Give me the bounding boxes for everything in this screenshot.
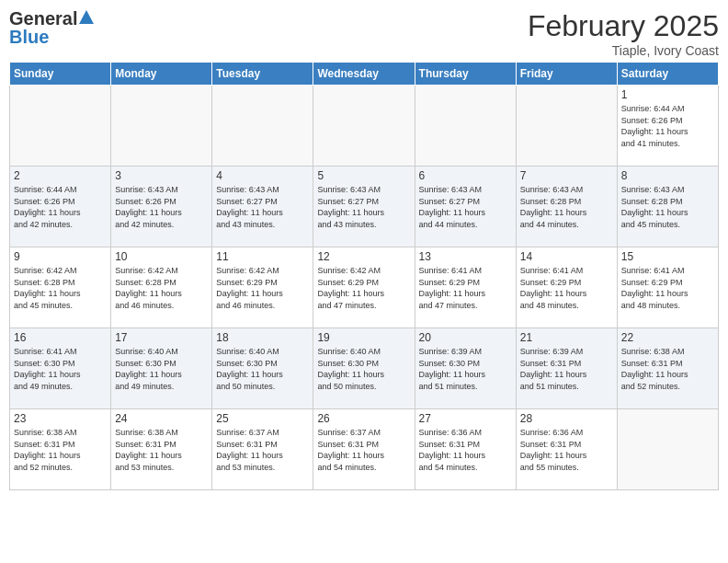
day-info: Sunrise: 6:43 AM Sunset: 6:26 PM Dayligh… [115,184,208,230]
table-row: 9Sunrise: 6:42 AM Sunset: 6:28 PM Daylig… [10,247,111,328]
day-number: 7 [520,169,613,182]
day-info: Sunrise: 6:38 AM Sunset: 6:31 PM Dayligh… [621,346,714,392]
table-row: 7Sunrise: 6:43 AM Sunset: 6:28 PM Daylig… [516,167,617,247]
table-row: 17Sunrise: 6:40 AM Sunset: 6:30 PM Dayli… [111,328,212,409]
day-number: 6 [419,169,512,182]
logo-general-text: General [9,9,77,28]
col-thursday: Thursday [415,63,516,86]
day-info: Sunrise: 6:41 AM Sunset: 6:29 PM Dayligh… [419,265,512,311]
day-number: 28 [520,412,613,425]
table-row [516,86,617,167]
day-number: 14 [520,250,613,263]
calendar-week-row: 9Sunrise: 6:42 AM Sunset: 6:28 PM Daylig… [10,247,719,328]
day-info: Sunrise: 6:42 AM Sunset: 6:28 PM Dayligh… [14,265,107,311]
logo-blue-text: Blue [9,28,49,46]
calendar-week-row: 2Sunrise: 6:44 AM Sunset: 6:26 PM Daylig… [10,167,719,247]
table-row [111,86,212,167]
day-number: 15 [621,250,714,263]
table-row: 11Sunrise: 6:42 AM Sunset: 6:29 PM Dayli… [212,247,313,328]
day-info: Sunrise: 6:44 AM Sunset: 6:26 PM Dayligh… [621,103,714,149]
day-number: 9 [14,250,107,263]
day-number: 1 [621,88,714,101]
day-info: Sunrise: 6:40 AM Sunset: 6:30 PM Dayligh… [317,346,410,392]
table-row: 25Sunrise: 6:37 AM Sunset: 6:31 PM Dayli… [212,409,313,490]
table-row: 19Sunrise: 6:40 AM Sunset: 6:30 PM Dayli… [313,328,415,409]
day-number: 25 [216,412,309,425]
location: Tiaple, Ivory Coast [528,43,719,58]
table-row: 28Sunrise: 6:36 AM Sunset: 6:31 PM Dayli… [516,409,617,490]
day-number: 26 [317,412,410,425]
day-number: 10 [115,250,208,263]
day-number: 24 [115,412,208,425]
day-info: Sunrise: 6:36 AM Sunset: 6:31 PM Dayligh… [419,427,512,473]
logo: General Blue [9,9,95,46]
day-info: Sunrise: 6:38 AM Sunset: 6:31 PM Dayligh… [14,427,107,473]
day-number: 21 [520,331,613,344]
day-info: Sunrise: 6:39 AM Sunset: 6:31 PM Dayligh… [520,346,613,392]
day-info: Sunrise: 6:36 AM Sunset: 6:31 PM Dayligh… [520,427,613,473]
day-number: 13 [419,250,512,263]
day-info: Sunrise: 6:43 AM Sunset: 6:27 PM Dayligh… [317,184,410,230]
day-number: 2 [14,169,107,182]
table-row [212,86,313,167]
col-friday: Friday [516,63,617,86]
title-block: February 2025 Tiaple, Ivory Coast [528,9,719,58]
table-row: 26Sunrise: 6:37 AM Sunset: 6:31 PM Dayli… [313,409,415,490]
page-header: General Blue February 2025 Tiaple, Ivory… [9,9,719,58]
table-row: 27Sunrise: 6:36 AM Sunset: 6:31 PM Dayli… [415,409,516,490]
table-row: 10Sunrise: 6:42 AM Sunset: 6:28 PM Dayli… [111,247,212,328]
table-row: 15Sunrise: 6:41 AM Sunset: 6:29 PM Dayli… [617,247,718,328]
day-info: Sunrise: 6:41 AM Sunset: 6:29 PM Dayligh… [621,265,714,311]
table-row: 24Sunrise: 6:38 AM Sunset: 6:31 PM Dayli… [111,409,212,490]
table-row: 6Sunrise: 6:43 AM Sunset: 6:27 PM Daylig… [415,167,516,247]
calendar-week-row: 16Sunrise: 6:41 AM Sunset: 6:30 PM Dayli… [10,328,719,409]
table-row: 16Sunrise: 6:41 AM Sunset: 6:30 PM Dayli… [10,328,111,409]
table-row [313,86,415,167]
day-number: 22 [621,331,714,344]
day-number: 12 [317,250,410,263]
table-row: 4Sunrise: 6:43 AM Sunset: 6:27 PM Daylig… [212,167,313,247]
table-row: 5Sunrise: 6:43 AM Sunset: 6:27 PM Daylig… [313,167,415,247]
day-info: Sunrise: 6:37 AM Sunset: 6:31 PM Dayligh… [216,427,309,473]
day-info: Sunrise: 6:37 AM Sunset: 6:31 PM Dayligh… [317,427,410,473]
day-number: 4 [216,169,309,182]
day-info: Sunrise: 6:43 AM Sunset: 6:28 PM Dayligh… [621,184,714,230]
table-row: 20Sunrise: 6:39 AM Sunset: 6:30 PM Dayli… [415,328,516,409]
table-row: 14Sunrise: 6:41 AM Sunset: 6:29 PM Dayli… [516,247,617,328]
day-number: 18 [216,331,309,344]
day-info: Sunrise: 6:42 AM Sunset: 6:28 PM Dayligh… [115,265,208,311]
calendar-week-row: 1Sunrise: 6:44 AM Sunset: 6:26 PM Daylig… [10,86,719,167]
day-info: Sunrise: 6:43 AM Sunset: 6:27 PM Dayligh… [419,184,512,230]
day-info: Sunrise: 6:41 AM Sunset: 6:29 PM Dayligh… [520,265,613,311]
day-number: 17 [115,331,208,344]
day-number: 27 [419,412,512,425]
table-row: 22Sunrise: 6:38 AM Sunset: 6:31 PM Dayli… [617,328,718,409]
col-sunday: Sunday [10,63,111,86]
day-number: 20 [419,331,512,344]
day-info: Sunrise: 6:43 AM Sunset: 6:27 PM Dayligh… [216,184,309,230]
day-number: 16 [14,331,107,344]
table-row: 18Sunrise: 6:40 AM Sunset: 6:30 PM Dayli… [212,328,313,409]
table-row [10,86,111,167]
table-row [415,86,516,167]
table-row: 2Sunrise: 6:44 AM Sunset: 6:26 PM Daylig… [10,167,111,247]
day-info: Sunrise: 6:38 AM Sunset: 6:31 PM Dayligh… [115,427,208,473]
day-info: Sunrise: 6:40 AM Sunset: 6:30 PM Dayligh… [115,346,208,392]
day-number: 3 [115,169,208,182]
table-row: 13Sunrise: 6:41 AM Sunset: 6:29 PM Dayli… [415,247,516,328]
day-info: Sunrise: 6:41 AM Sunset: 6:30 PM Dayligh… [14,346,107,392]
day-info: Sunrise: 6:43 AM Sunset: 6:28 PM Dayligh… [520,184,613,230]
day-number: 19 [317,331,410,344]
svg-marker-0 [79,10,94,24]
table-row: 21Sunrise: 6:39 AM Sunset: 6:31 PM Dayli… [516,328,617,409]
day-info: Sunrise: 6:42 AM Sunset: 6:29 PM Dayligh… [216,265,309,311]
calendar-table: Sunday Monday Tuesday Wednesday Thursday… [9,62,719,490]
calendar-week-row: 23Sunrise: 6:38 AM Sunset: 6:31 PM Dayli… [10,409,719,490]
table-row: 23Sunrise: 6:38 AM Sunset: 6:31 PM Dayli… [10,409,111,490]
col-tuesday: Tuesday [212,63,313,86]
table-row: 8Sunrise: 6:43 AM Sunset: 6:28 PM Daylig… [617,167,718,247]
day-number: 5 [317,169,410,182]
calendar-header-row: Sunday Monday Tuesday Wednesday Thursday… [10,63,719,86]
table-row: 1Sunrise: 6:44 AM Sunset: 6:26 PM Daylig… [617,86,718,167]
day-number: 8 [621,169,714,182]
